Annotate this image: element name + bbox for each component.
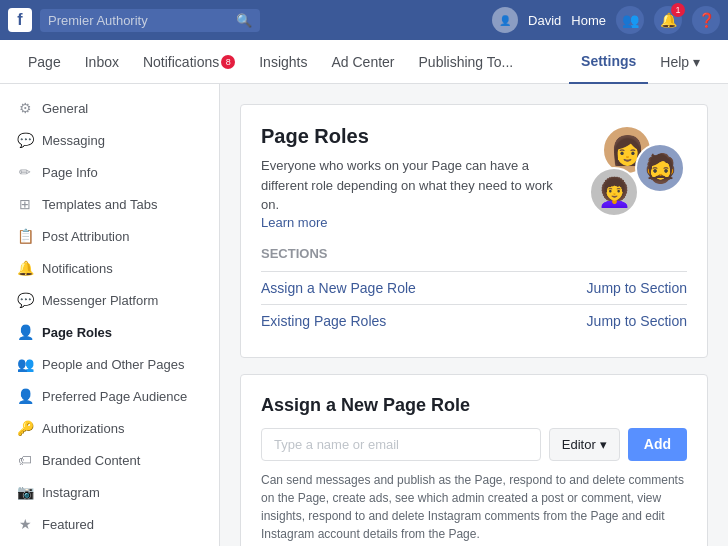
sidebar-item-authorizations[interactable]: 🔑 Authorizations — [0, 412, 219, 444]
sidebar-label-page-info: Page Info — [42, 165, 98, 180]
assign-name-input[interactable] — [261, 428, 541, 461]
sidebar-label-post-attribution: Post Attribution — [42, 229, 129, 244]
section-row-existing: Existing Page Roles Jump to Section — [261, 304, 687, 337]
post-attribution-icon: 📋 — [16, 228, 34, 244]
page-roles-text: Page Roles Everyone who works on your Pa… — [261, 125, 561, 230]
people-icon: 👥 — [16, 356, 34, 372]
sidebar-item-branded[interactable]: 🏷 Branded Content — [0, 444, 219, 476]
assign-section-link[interactable]: Assign a New Page Role — [261, 280, 416, 296]
assign-title: Assign a New Page Role — [261, 395, 687, 416]
sidebar-label-notifications: Notifications — [42, 261, 113, 276]
role-chevron-icon: ▾ — [600, 437, 607, 452]
nav-inbox[interactable]: Inbox — [73, 40, 131, 84]
assign-input-row: Editor ▾ Add — [261, 428, 687, 461]
notifications-icon: 🔔 — [16, 260, 34, 276]
sidebar-label-messaging: Messaging — [42, 133, 105, 148]
sidebar-label-authorizations: Authorizations — [42, 421, 124, 436]
sidebar-label-templates: Templates and Tabs — [42, 197, 157, 212]
add-role-button[interactable]: Add — [628, 428, 687, 461]
instagram-icon: 📷 — [16, 484, 34, 500]
sidebar: ⚙ General 💬 Messaging ✏ Page Info ⊞ Temp… — [0, 84, 220, 546]
audience-icon: 👤 — [16, 388, 34, 404]
home-link[interactable]: Home — [571, 13, 606, 28]
sidebar-label-featured: Featured — [42, 517, 94, 532]
sidebar-label-instagram: Instagram — [42, 485, 100, 500]
page-info-icon: ✏ — [16, 164, 34, 180]
sidebar-label-general: General — [42, 101, 88, 116]
page-roles-description: Everyone who works on your Page can have… — [261, 156, 561, 215]
sidebar-label-messenger: Messenger Platform — [42, 293, 158, 308]
page-roles-header: Page Roles Everyone who works on your Pa… — [261, 125, 687, 230]
page-roles-title: Page Roles — [261, 125, 561, 148]
learn-more-link[interactable]: Learn more — [261, 215, 327, 230]
nav-ad-center[interactable]: Ad Center — [319, 40, 406, 84]
sidebar-item-featured[interactable]: ★ Featured — [0, 508, 219, 540]
assign-description: Can send messages and publish as the Pag… — [261, 471, 687, 543]
sidebar-label-page-roles: Page Roles — [42, 325, 112, 340]
main-layout: ⚙ General 💬 Messaging ✏ Page Info ⊞ Temp… — [0, 84, 728, 546]
content-area: Page Roles Everyone who works on your Pa… — [220, 84, 728, 546]
nav-help[interactable]: Help ▾ — [648, 40, 712, 84]
assign-card: Assign a New Page Role Editor ▾ Add Can … — [240, 374, 708, 547]
user-name: David — [528, 13, 561, 28]
sidebar-label-people: People and Other Pages — [42, 357, 184, 372]
avatar: 👤 — [492, 7, 518, 33]
sidebar-item-general[interactable]: ⚙ General — [0, 92, 219, 124]
existing-jump-link[interactable]: Jump to Section — [587, 313, 687, 329]
page-roles-icon: 👤 — [16, 324, 34, 340]
topbar-right: 👤 David Home 👥 🔔 1 ❓ — [492, 6, 720, 34]
section-row-assign: Assign a New Page Role Jump to Section — [261, 271, 687, 304]
nav-page[interactable]: Page — [16, 40, 73, 84]
navbar: Page Inbox Notifications 8 Insights Ad C… — [0, 40, 728, 84]
topbar: f 🔍 👤 David Home 👥 🔔 1 ❓ — [0, 0, 728, 40]
avatars-group: 👩 🧔 👩‍🦱 — [577, 125, 687, 225]
sidebar-item-messaging[interactable]: 💬 Messaging — [0, 124, 219, 156]
general-icon: ⚙ — [16, 100, 34, 116]
avatar-3: 👩‍🦱 — [589, 167, 639, 217]
sidebar-item-people[interactable]: 👥 People and Other Pages — [0, 348, 219, 380]
help-icon[interactable]: ❓ — [692, 6, 720, 34]
page-roles-card: Page Roles Everyone who works on your Pa… — [240, 104, 708, 358]
assign-jump-link[interactable]: Jump to Section — [587, 280, 687, 296]
facebook-logo: f — [8, 8, 32, 32]
nav-publishing[interactable]: Publishing To... — [407, 40, 526, 84]
messaging-icon: 💬 — [16, 132, 34, 148]
existing-section-link[interactable]: Existing Page Roles — [261, 313, 386, 329]
search-icon: 🔍 — [236, 13, 252, 28]
branded-icon: 🏷 — [16, 452, 34, 468]
search-input[interactable] — [48, 13, 230, 28]
notification-badge: 1 — [671, 3, 685, 17]
nav-insights[interactable]: Insights — [247, 40, 319, 84]
navbar-right: Settings Help ▾ — [569, 40, 712, 84]
sidebar-item-instagram[interactable]: 📷 Instagram — [0, 476, 219, 508]
sidebar-item-post-attribution[interactable]: 📋 Post Attribution — [0, 220, 219, 252]
sidebar-item-notifications[interactable]: 🔔 Notifications — [0, 252, 219, 284]
sidebar-item-messenger[interactable]: 💬 Messenger Platform — [0, 284, 219, 316]
role-value: Editor — [562, 437, 596, 452]
notifications-icon[interactable]: 🔔 1 — [654, 6, 682, 34]
nav-settings[interactable]: Settings — [569, 40, 648, 84]
auth-icon: 🔑 — [16, 420, 34, 436]
role-selector[interactable]: Editor ▾ — [549, 428, 620, 461]
search-bar[interactable]: 🔍 — [40, 9, 260, 32]
navbar-left: Page Inbox Notifications 8 Insights Ad C… — [16, 40, 525, 84]
nav-notifications-badge: 8 — [221, 55, 235, 69]
featured-icon: ★ — [16, 516, 34, 532]
sections-label: Sections — [261, 246, 687, 261]
sidebar-label-branded: Branded Content — [42, 453, 140, 468]
nav-notifications[interactable]: Notifications 8 — [131, 40, 247, 84]
templates-icon: ⊞ — [16, 196, 34, 212]
messenger-icon: 💬 — [16, 292, 34, 308]
sidebar-item-templates[interactable]: ⊞ Templates and Tabs — [0, 188, 219, 220]
sidebar-item-crossposting[interactable]: 📹 Crossposting — [0, 540, 219, 546]
avatar-2: 🧔 — [635, 143, 685, 193]
sidebar-item-audience[interactable]: 👤 Preferred Page Audience — [0, 380, 219, 412]
sidebar-item-page-info[interactable]: ✏ Page Info — [0, 156, 219, 188]
sidebar-item-page-roles[interactable]: 👤 Page Roles — [0, 316, 219, 348]
people-icon[interactable]: 👥 — [616, 6, 644, 34]
sidebar-label-audience: Preferred Page Audience — [42, 389, 187, 404]
